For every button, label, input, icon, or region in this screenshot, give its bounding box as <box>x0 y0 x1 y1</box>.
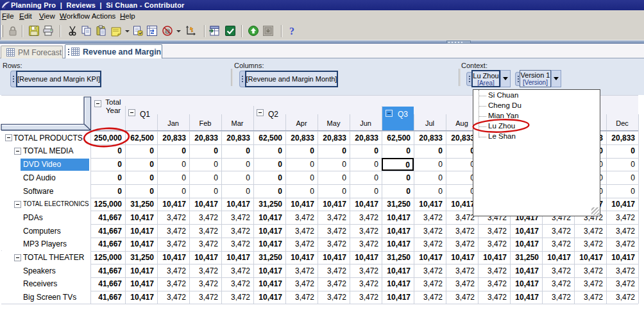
svg-text:?: ? <box>289 26 294 37</box>
